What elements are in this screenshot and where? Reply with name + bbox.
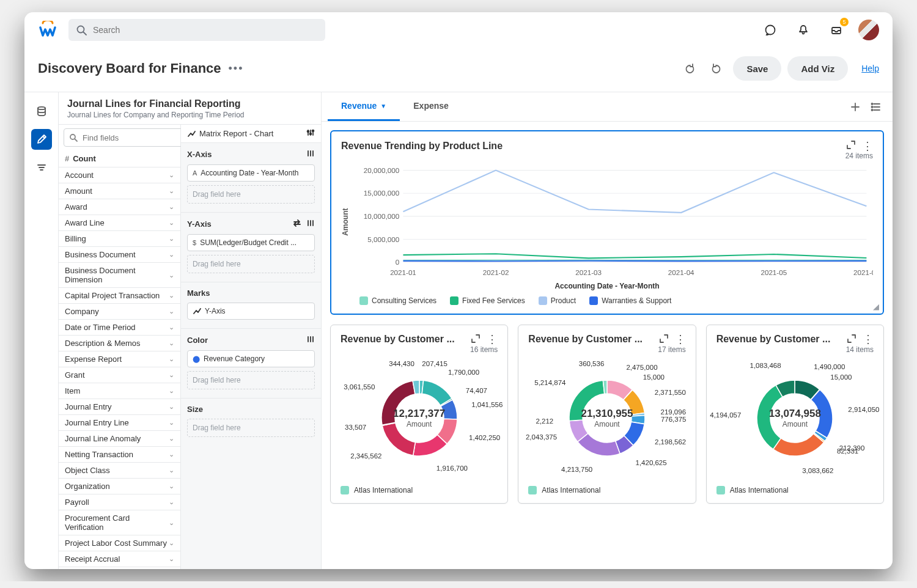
find-fields[interactable] — [64, 128, 192, 147]
chevron-down-icon: ⌄ — [169, 251, 174, 259]
viz-menu[interactable]: ⋮ — [863, 334, 874, 345]
fields-list[interactable]: Account⌄Amount⌄Award⌄Award Line⌄Billing⌄… — [59, 167, 180, 569]
chevron-down-icon: ⌄ — [169, 519, 174, 527]
field-row[interactable]: Journal Entry⌄ — [59, 399, 180, 415]
xaxis-dropzone[interactable]: Drag field here — [187, 185, 315, 204]
field-row[interactable]: Company⌄ — [59, 304, 180, 320]
viz-menu[interactable]: ⋮ — [862, 141, 873, 152]
viz-card-donut[interactable]: Revenue by Customer ...⋮16 items12,217,3… — [330, 325, 508, 504]
app-logo[interactable] — [38, 20, 57, 40]
field-row[interactable]: Receipt Accrual⌄ — [59, 551, 180, 567]
yaxis-chip[interactable]: $SUM(Ledger/Budget Credit ... — [187, 234, 315, 251]
color-chip[interactable]: ⬤Revenue Category — [187, 350, 315, 367]
legend-item[interactable]: Atlas International — [341, 486, 498, 494]
legend-item[interactable]: Atlas International — [528, 486, 685, 494]
field-row[interactable]: Journal Entry Line⌄ — [59, 415, 180, 431]
expand-button[interactable] — [846, 140, 856, 152]
field-row[interactable]: Netting Transaction⌄ — [59, 447, 180, 463]
field-row[interactable]: Business Document Dimension⌄ — [59, 263, 180, 288]
color-dropzone[interactable]: Drag field here — [187, 371, 315, 389]
page-actions-menu[interactable]: ••• — [229, 62, 244, 75]
legend-item[interactable]: Warranties & Support — [589, 296, 671, 305]
chevron-down-icon: ⌄ — [169, 435, 174, 443]
global-search-input[interactable] — [92, 24, 318, 35]
field-row[interactable]: Description & Memos⌄ — [59, 336, 180, 351]
expand-button[interactable] — [847, 334, 856, 345]
conversations-button[interactable] — [759, 19, 781, 41]
rail-datasource[interactable] — [31, 101, 52, 122]
viz-menu[interactable]: ⋮ — [487, 334, 498, 345]
yaxis-dropzone[interactable]: Drag field here — [187, 255, 315, 273]
field-row[interactable]: Billing⌄ — [59, 231, 180, 247]
chat-icon — [765, 24, 776, 35]
marks-chip[interactable]: Y-Axis — [187, 303, 315, 320]
field-row[interactable]: Date or Time Period⌄ — [59, 320, 180, 336]
tab-revenue[interactable]: Revenue▼ — [328, 92, 400, 121]
xaxis-settings[interactable] — [306, 149, 315, 160]
svg-text:0: 0 — [396, 258, 400, 266]
viz-title: Revenue by Customer ... — [341, 334, 455, 345]
viz-type-label[interactable]: Matrix Report - Chart — [199, 129, 273, 138]
add-tab-button[interactable] — [845, 97, 866, 117]
notifications-button[interactable] — [792, 19, 814, 41]
find-fields-input[interactable] — [81, 133, 186, 143]
undo-button[interactable] — [679, 58, 700, 79]
legend-item[interactable]: Atlas International — [716, 486, 874, 494]
field-row[interactable]: Grant⌄ — [59, 367, 180, 383]
field-row[interactable]: Expense Report⌄ — [59, 351, 180, 367]
user-avatar[interactable] — [858, 20, 879, 40]
slice-label: 2,212 — [536, 417, 553, 425]
viz-card-donut[interactable]: Revenue by Customer ...⋮14 items13,074,9… — [706, 325, 884, 504]
outline-button[interactable] — [866, 97, 886, 117]
field-row[interactable]: Amount⌄ — [59, 183, 180, 199]
svg-point-33 — [872, 109, 873, 111]
save-button[interactable]: Save — [733, 56, 781, 81]
field-row[interactable]: Account⌄ — [59, 167, 180, 183]
expand-icon — [846, 140, 856, 150]
viz-type-settings[interactable] — [306, 128, 315, 139]
field-row[interactable]: Capital Project Transaction⌄ — [59, 288, 180, 304]
xaxis-chip[interactable]: AAccounting Date - Year-Month — [187, 164, 315, 182]
field-row[interactable]: Journal Line Anomaly⌄ — [59, 431, 180, 447]
slice-label: 1,490,000 — [814, 363, 845, 370]
field-row[interactable]: Organization⌄ — [59, 479, 180, 494]
field-row[interactable]: Procurement Card Verification⌄ — [59, 510, 180, 535]
slice-label: 4,213,750 — [561, 466, 592, 473]
field-row[interactable]: Item⌄ — [59, 383, 180, 399]
viz-card-line[interactable]: Revenue Trending by Product Line ⋮ 24 it… — [330, 130, 884, 315]
svg-line-1 — [84, 32, 87, 35]
field-row[interactable]: Business Document⌄ — [59, 247, 180, 263]
field-row[interactable]: Reference⌄ — [59, 567, 180, 569]
yaxis-swap[interactable] — [293, 219, 301, 229]
legend-item[interactable]: Fixed Fee Services — [450, 296, 525, 305]
expand-button[interactable] — [659, 334, 669, 345]
add-viz-button[interactable]: Add Viz — [787, 56, 848, 81]
rail-filter[interactable] — [31, 157, 52, 178]
field-row[interactable]: Award Line⌄ — [59, 215, 180, 231]
svg-text:15,000,000: 15,000,000 — [364, 189, 400, 197]
field-row[interactable]: Award⌄ — [59, 199, 180, 215]
inbox-button[interactable]: 5 — [825, 19, 847, 41]
count-field[interactable]: # Count — [59, 150, 180, 167]
tab-expense[interactable]: Expense — [400, 92, 462, 121]
field-row[interactable]: Payroll⌄ — [59, 494, 180, 510]
sliders-icon — [306, 149, 315, 158]
field-row[interactable]: Object Class⌄ — [59, 463, 180, 479]
viz-card-donut[interactable]: Revenue by Customer ...⋮17 items21,310,9… — [518, 325, 696, 504]
color-settings[interactable] — [306, 335, 315, 345]
global-search[interactable] — [68, 19, 325, 41]
expand-button[interactable] — [471, 334, 481, 345]
yaxis-settings[interactable] — [306, 219, 315, 229]
viz-menu[interactable]: ⋮ — [675, 334, 686, 345]
legend-item[interactable]: Product — [539, 296, 576, 305]
titlebar: Discovery Board for Finance ••• Save Add… — [24, 48, 893, 92]
help-link[interactable]: Help — [861, 64, 879, 73]
rail-edit[interactable] — [31, 129, 52, 150]
legend-item[interactable]: Consulting Services — [359, 296, 436, 305]
bell-icon — [798, 24, 809, 35]
size-dropzone[interactable]: Drag field here — [187, 419, 315, 437]
redo-button[interactable] — [706, 58, 727, 79]
chevron-down-icon: ⌄ — [169, 403, 174, 411]
resize-handle-icon[interactable]: ◢ — [873, 302, 879, 311]
field-row[interactable]: Project Labor Cost Summary⌄ — [59, 535, 180, 551]
